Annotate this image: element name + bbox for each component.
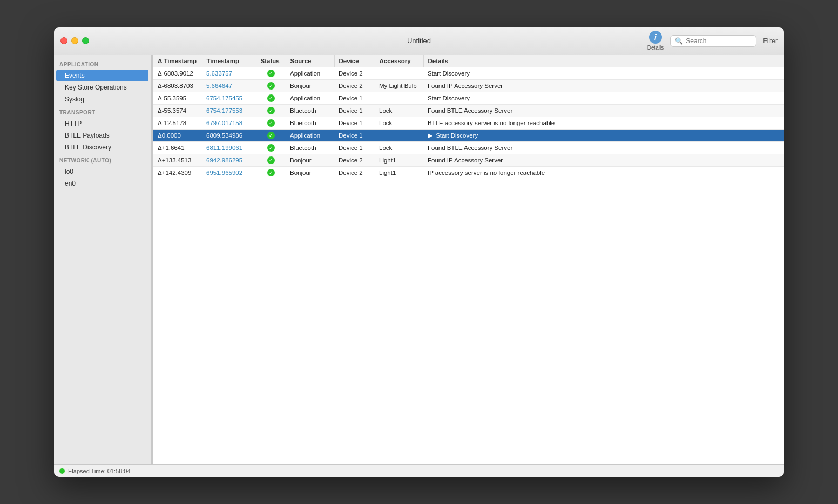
cell-status: ✓ bbox=[256, 167, 286, 179]
cell-accessory bbox=[375, 67, 423, 80]
cell-timestamp: 6811.199061 bbox=[202, 142, 256, 154]
cell-source: Bonjour bbox=[286, 80, 334, 92]
cell-accessory bbox=[375, 130, 423, 142]
content-area: Δ TimestampTimestampStatusSourceDeviceAc… bbox=[153, 55, 784, 464]
table-row[interactable]: Δ+133.45136942.986295✓BonjourDevice 2Lig… bbox=[153, 154, 784, 167]
sidebar-section-application: APPLICATION bbox=[54, 57, 151, 70]
cell-timestamp: 5.664647 bbox=[202, 80, 256, 92]
cell-details: BTLE accessory server is no longer reach… bbox=[423, 117, 784, 130]
search-input[interactable] bbox=[686, 37, 752, 45]
cell-details: Found IP Accessory Server bbox=[423, 154, 784, 167]
status-ok-icon: ✓ bbox=[267, 132, 275, 139]
status-ok-icon: ✓ bbox=[267, 82, 275, 90]
table-row[interactable]: Δ0.00006809.534986✓ApplicationDevice 1▶ … bbox=[153, 130, 784, 142]
table-row[interactable]: Δ+142.43096951.965902✓BonjourDevice 2Lig… bbox=[153, 167, 784, 179]
fullscreen-button[interactable] bbox=[82, 37, 89, 44]
cell-timestamp: 6942.986295 bbox=[202, 154, 256, 167]
col-header-timestamp[interactable]: Timestamp bbox=[202, 55, 256, 67]
search-icon: 🔍 bbox=[675, 37, 683, 45]
col-header-source[interactable]: Source bbox=[286, 55, 334, 67]
sidebar-item-syslog[interactable]: Syslog bbox=[56, 93, 148, 105]
cell-details: Start Discovery bbox=[423, 67, 784, 80]
cell-delta: Δ+142.4309 bbox=[153, 167, 202, 179]
cell-delta: Δ-6803.8703 bbox=[153, 80, 202, 92]
cell-source: Application bbox=[286, 130, 334, 142]
col-header-details[interactable]: Details bbox=[423, 55, 784, 67]
cell-delta: Δ0.0000 bbox=[153, 130, 202, 142]
cell-status: ✓ bbox=[256, 105, 286, 117]
cell-status: ✓ bbox=[256, 142, 286, 154]
cell-details: Found IP Accessory Server bbox=[423, 80, 784, 92]
sidebar-item-key-store[interactable]: Key Store Operations bbox=[56, 81, 148, 93]
cell-status: ✓ bbox=[256, 67, 286, 80]
cell-delta: Δ-55.3574 bbox=[153, 105, 202, 117]
cell-delta: Δ-55.3595 bbox=[153, 92, 202, 105]
close-button[interactable] bbox=[60, 37, 67, 44]
cell-timestamp: 6809.534986 bbox=[202, 130, 256, 142]
table-header: Δ TimestampTimestampStatusSourceDeviceAc… bbox=[153, 55, 784, 67]
col-header-device[interactable]: Device bbox=[334, 55, 375, 67]
play-arrow-icon: ▶ bbox=[428, 132, 434, 139]
search-box[interactable]: 🔍 bbox=[670, 35, 756, 47]
cell-details: IP accessory server is no longer reachab… bbox=[423, 167, 784, 179]
sidebar-item-btle-payloads[interactable]: BTLE Payloads bbox=[56, 130, 148, 141]
status-ok-icon: ✓ bbox=[267, 144, 275, 152]
cell-source: Application bbox=[286, 92, 334, 105]
elapsed-time: Elapsed Time: 01:58:04 bbox=[68, 468, 131, 474]
cell-delta: Δ+133.4513 bbox=[153, 154, 202, 167]
col-header-status[interactable]: Status bbox=[256, 55, 286, 67]
app-window: Untitled i Details 🔍 Filter APPLICATIONE… bbox=[54, 27, 784, 477]
cell-delta: Δ-12.5178 bbox=[153, 117, 202, 130]
cell-timestamp: 6797.017158 bbox=[202, 117, 256, 130]
cell-status: ✓ bbox=[256, 154, 286, 167]
table-row[interactable]: Δ-12.51786797.017158✓BluetoothDevice 1Lo… bbox=[153, 117, 784, 130]
cell-timestamp: 6951.965902 bbox=[202, 167, 256, 179]
cell-accessory: Light1 bbox=[375, 154, 423, 167]
statusbar: Elapsed Time: 01:58:04 bbox=[54, 464, 784, 477]
status-ok-icon: ✓ bbox=[267, 107, 275, 114]
cell-device: Device 1 bbox=[334, 117, 375, 130]
status-indicator bbox=[59, 468, 65, 474]
cell-delta: Δ+1.6641 bbox=[153, 142, 202, 154]
sidebar-item-en0[interactable]: en0 bbox=[56, 178, 148, 189]
table-row[interactable]: Δ-6803.87035.664647✓BonjourDevice 2My Li… bbox=[153, 80, 784, 92]
cell-device: Device 2 bbox=[334, 80, 375, 92]
table-row[interactable]: Δ-55.35746754.177553✓BluetoothDevice 1Lo… bbox=[153, 105, 784, 117]
status-ok-icon: ✓ bbox=[267, 169, 275, 176]
filter-button[interactable]: Filter bbox=[763, 37, 778, 45]
event-table-container[interactable]: Δ TimestampTimestampStatusSourceDeviceAc… bbox=[153, 55, 784, 464]
sidebar-item-http[interactable]: HTTP bbox=[56, 118, 148, 130]
table-row[interactable]: Δ+1.66416811.199061✓BluetoothDevice 1Loc… bbox=[153, 142, 784, 154]
cell-accessory: Lock bbox=[375, 117, 423, 130]
cell-device: Device 2 bbox=[334, 67, 375, 80]
table-body[interactable]: Δ-6803.90125.633757✓ApplicationDevice 2S… bbox=[153, 67, 784, 179]
cell-delta: Δ-6803.9012 bbox=[153, 67, 202, 80]
minimize-button[interactable] bbox=[71, 37, 78, 44]
status-ok-icon: ✓ bbox=[267, 70, 275, 77]
info-icon: i bbox=[649, 31, 662, 44]
table-header-row: Δ TimestampTimestampStatusSourceDeviceAc… bbox=[153, 55, 784, 67]
sidebar-section-network: NETWORK (AUTO) bbox=[54, 153, 151, 166]
col-header-accessory[interactable]: Accessory bbox=[375, 55, 423, 67]
traffic-lights bbox=[60, 37, 89, 44]
table-row[interactable]: Δ-55.35956754.175455✓ApplicationDevice 1… bbox=[153, 92, 784, 105]
table-row[interactable]: Δ-6803.90125.633757✓ApplicationDevice 2S… bbox=[153, 67, 784, 80]
titlebar: Untitled i Details 🔍 Filter bbox=[54, 27, 784, 55]
details-button[interactable]: i Details bbox=[647, 31, 664, 51]
window-title: Untitled bbox=[407, 37, 431, 45]
status-ok-icon: ✓ bbox=[267, 94, 275, 102]
cell-accessory: Lock bbox=[375, 142, 423, 154]
status-ok-icon: ✓ bbox=[267, 156, 275, 164]
sidebar-item-lo0[interactable]: lo0 bbox=[56, 166, 148, 178]
sidebar-item-btle-discovery[interactable]: BTLE Discovery bbox=[56, 141, 148, 153]
col-header-delta[interactable]: Δ Timestamp bbox=[153, 55, 202, 67]
cell-accessory: My Light Bulb bbox=[375, 80, 423, 92]
sidebar-item-events[interactable]: Events bbox=[56, 70, 148, 81]
status-ok-icon: ✓ bbox=[267, 119, 275, 127]
cell-device: Device 2 bbox=[334, 167, 375, 179]
cell-device: Device 1 bbox=[334, 130, 375, 142]
cell-details: Start Discovery bbox=[423, 92, 784, 105]
cell-device: Device 1 bbox=[334, 142, 375, 154]
cell-timestamp: 5.633757 bbox=[202, 67, 256, 80]
main-content: APPLICATIONEventsKey Store OperationsSys… bbox=[54, 55, 784, 464]
